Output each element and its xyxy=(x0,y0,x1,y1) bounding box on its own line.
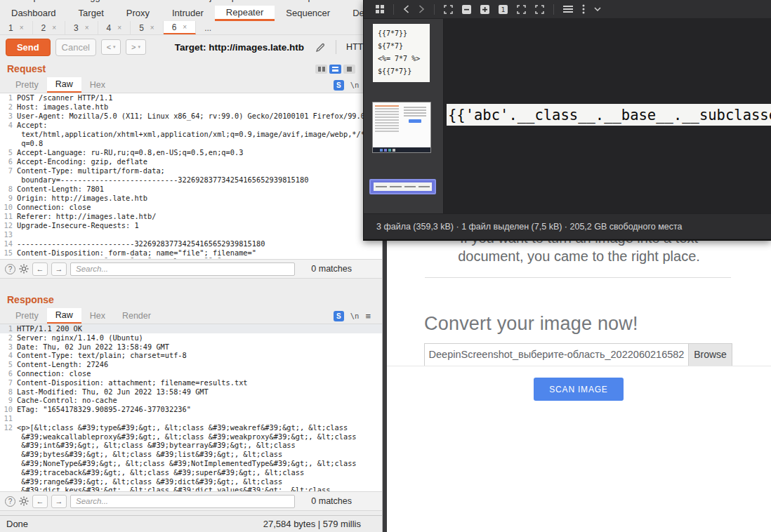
file-count-status: 3 файла (359,3 kB) · 1 файл выделен (7,5… xyxy=(376,222,683,232)
main-tab-sequencer[interactable]: Sequencer xyxy=(275,6,341,21)
burp-suite-window: ComparerLoggerExtenderProject optionsUse… xyxy=(0,0,383,532)
main-tab-target[interactable]: Target xyxy=(67,6,115,21)
window-tab-extender[interactable]: Extender xyxy=(133,0,170,2)
repeater-tab-3[interactable]: 3× xyxy=(65,21,98,34)
newline-chars-icon[interactable]: \n xyxy=(350,312,360,320)
selected-strip-thumbnail[interactable] xyxy=(369,179,436,194)
line-number: 11 xyxy=(0,212,13,221)
fullscreen-icon[interactable] xyxy=(535,5,544,14)
grid-view-icon[interactable] xyxy=(376,5,384,13)
main-tab-dashboard[interactable]: Dashboard xyxy=(0,6,67,21)
code-line: 7Content-Type: multipart/form-data; xyxy=(0,166,382,175)
list-view-icon[interactable] xyxy=(563,6,573,13)
code-text: q=0.8 xyxy=(17,139,43,148)
rows-layout-icon[interactable] xyxy=(329,65,341,74)
close-icon[interactable]: × xyxy=(85,24,89,32)
screenshot-thumbnail[interactable] xyxy=(372,102,431,153)
hamburger-menu-icon[interactable]: ≡ xyxy=(365,311,371,321)
request-search-input[interactable] xyxy=(70,262,295,276)
code-line: 5Content-Length: 27246 xyxy=(0,360,382,369)
window-tab-logger[interactable]: Logger xyxy=(80,0,108,2)
close-icon[interactable]: × xyxy=(117,24,121,32)
help-icon[interactable]: ? xyxy=(5,264,15,274)
chevron-down-icon[interactable] xyxy=(594,7,601,11)
prev-match-button[interactable]: ← xyxy=(32,495,48,508)
main-tab-proxy[interactable]: Proxy xyxy=(115,6,161,21)
repeater-tab-5[interactable]: 5× xyxy=(131,21,164,34)
svg-text:1: 1 xyxy=(501,6,506,13)
next-match-button[interactable]: → xyxy=(51,495,67,508)
repeater-tab-2[interactable]: 2× xyxy=(33,21,66,34)
cancel-button[interactable]: Cancel xyxy=(55,39,96,56)
gear-icon[interactable] xyxy=(19,264,29,274)
response-tab-hex[interactable]: Hex xyxy=(81,308,114,324)
response-search-input[interactable] xyxy=(70,495,295,508)
line-number: 11 xyxy=(0,414,13,423)
main-tab-repeater[interactable]: Repeater xyxy=(215,6,275,21)
kebab-menu-icon[interactable] xyxy=(582,4,585,14)
burp-top-tab-row-clipped: ComparerLoggerExtenderProject optionsUse… xyxy=(0,0,382,6)
code-line: 11 xyxy=(0,414,382,423)
scan-image-button[interactable]: SCAN IMAGE xyxy=(534,378,624,401)
divider xyxy=(336,40,336,54)
zoom-in-icon[interactable] xyxy=(480,5,489,14)
close-icon[interactable]: × xyxy=(150,24,154,32)
code-text: boundary=---------------------------3226… xyxy=(17,175,308,185)
code-text: <p>[&lt;class &#39;type&#39;&gt;, &lt;cl… xyxy=(17,423,348,432)
response-section-header: Response xyxy=(0,290,382,308)
repeater-tab-1[interactable]: 1× xyxy=(0,21,33,34)
request-editor[interactable]: 1POST /scanner HTTP/1.12Host: images.lat… xyxy=(0,93,382,260)
response-tab-pretty[interactable]: Pretty xyxy=(7,308,47,324)
send-button[interactable]: Send xyxy=(6,39,51,56)
soft-wrap-icon[interactable]: S xyxy=(334,311,344,321)
close-icon[interactable]: × xyxy=(20,24,24,32)
response-editor[interactable]: 1HTTP/1.1 200 OK2Server: nginx/1.14.0 (U… xyxy=(0,324,382,492)
code-text: ---------------------------3226928377342… xyxy=(17,239,265,248)
code-line: 2Server: nginx/1.14.0 (Ubuntu) xyxy=(0,333,382,343)
browse-button[interactable]: Browse xyxy=(688,344,732,366)
newline-chars-icon[interactable]: \n xyxy=(350,81,360,89)
code-text: Date: Thu, 02 Jun 2022 13:58:49 GMT xyxy=(17,343,169,352)
next-match-button[interactable]: → xyxy=(51,262,67,276)
close-icon[interactable]: × xyxy=(183,23,187,31)
zoom-fit-icon[interactable] xyxy=(444,5,453,14)
request-tab-pretty[interactable]: Pretty xyxy=(7,77,47,93)
gear-icon[interactable] xyxy=(19,496,29,506)
columns-layout-icon[interactable] xyxy=(315,65,327,74)
back-icon[interactable] xyxy=(403,5,409,13)
expand-icon[interactable] xyxy=(517,5,526,14)
soft-wrap-icon[interactable]: S xyxy=(334,80,344,91)
window-tab-comparer[interactable]: Comparer xyxy=(14,0,55,2)
line-number xyxy=(0,441,13,450)
request-tab-raw[interactable]: Raw xyxy=(47,77,81,93)
window-tab-project-options[interactable]: Project options xyxy=(195,0,256,2)
window-tab-user-options[interactable]: User options xyxy=(281,0,332,2)
repeater-tab-4[interactable]: 4× xyxy=(98,21,131,34)
edit-target-pencil-icon[interactable] xyxy=(315,42,326,53)
zoom-original-icon[interactable]: 1 xyxy=(499,5,508,14)
ssti-payload-thumbnail[interactable]: {{7*7}}${7*7}<%= 7*7 %>${{7*7}} xyxy=(373,24,430,82)
response-tab-render[interactable]: Render xyxy=(114,308,159,324)
response-tab-raw[interactable]: Raw xyxy=(47,308,81,324)
main-tab-intruder[interactable]: Intruder xyxy=(161,6,215,21)
repeater-tab-[interactable]: ... xyxy=(196,21,220,34)
request-tab-hex[interactable]: Hex xyxy=(81,77,114,93)
line-number: 10 xyxy=(0,405,13,414)
single-layout-icon[interactable] xyxy=(343,65,355,74)
line-number xyxy=(0,477,13,486)
repeater-tab-6[interactable]: 6× xyxy=(164,21,197,34)
thumb-decoration xyxy=(374,182,432,191)
line-number: 12 xyxy=(0,423,13,432)
file-upload-input[interactable]: DeepinScreenshot_выберите-область_202206… xyxy=(424,343,732,366)
forward-icon[interactable] xyxy=(419,5,425,13)
history-back-button[interactable]: < ▾ xyxy=(101,39,121,55)
code-line: &#39;traceback&#39;&gt;, &lt;class &#39;… xyxy=(0,468,382,477)
history-forward-button[interactable]: > ▾ xyxy=(126,39,145,55)
zoom-out-icon[interactable] xyxy=(462,5,471,14)
prev-match-button[interactable]: ← xyxy=(32,262,48,276)
close-icon[interactable]: × xyxy=(52,24,56,32)
code-text: &#39;NoneType&#39;&gt;, &lt;class &#39;N… xyxy=(17,459,357,468)
viewer-status-bar: 3 файла (359,3 kB) · 1 файл выделен (7,5… xyxy=(364,213,771,239)
repeater-tab-label: 4 xyxy=(107,23,112,33)
help-icon[interactable]: ? xyxy=(5,496,15,507)
